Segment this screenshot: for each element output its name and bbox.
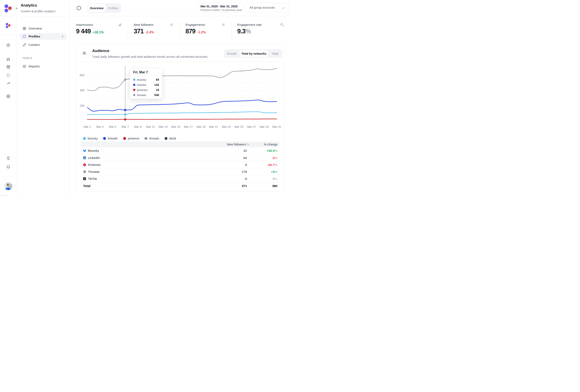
svg-text:Mar 11: Mar 11 — [146, 125, 155, 128]
svg-text:Mar 3: Mar 3 — [96, 125, 104, 128]
svg-text:600: 600 — [80, 73, 84, 77]
svg-text:Mar 13: Mar 13 — [158, 125, 167, 128]
svg-text:Mar 25: Mar 25 — [234, 125, 243, 128]
svg-text:Mar 23: Mar 23 — [222, 125, 231, 128]
svg-text:Mar 1: Mar 1 — [84, 125, 91, 128]
svg-text:Mar 7: Mar 7 — [121, 125, 129, 128]
svg-text:%: % — [283, 25, 284, 27]
svg-text:Mar 27: Mar 27 — [247, 125, 256, 128]
svg-text:Mar 19: Mar 19 — [196, 125, 205, 128]
svg-text:Mar 17: Mar 17 — [184, 125, 193, 128]
svg-text:Mar 29: Mar 29 — [260, 125, 269, 128]
svg-text:Mar 15: Mar 15 — [171, 125, 180, 128]
svg-text:12: 12 — [7, 67, 9, 68]
svg-text:Mar 5: Mar 5 — [109, 125, 116, 128]
svg-text:Mar 31: Mar 31 — [272, 125, 281, 128]
svg-text:200: 200 — [80, 104, 84, 107]
svg-text:Mar 21: Mar 21 — [209, 125, 218, 128]
svg-text:400: 400 — [80, 89, 84, 92]
svg-text:Mar 9: Mar 9 — [134, 125, 142, 128]
